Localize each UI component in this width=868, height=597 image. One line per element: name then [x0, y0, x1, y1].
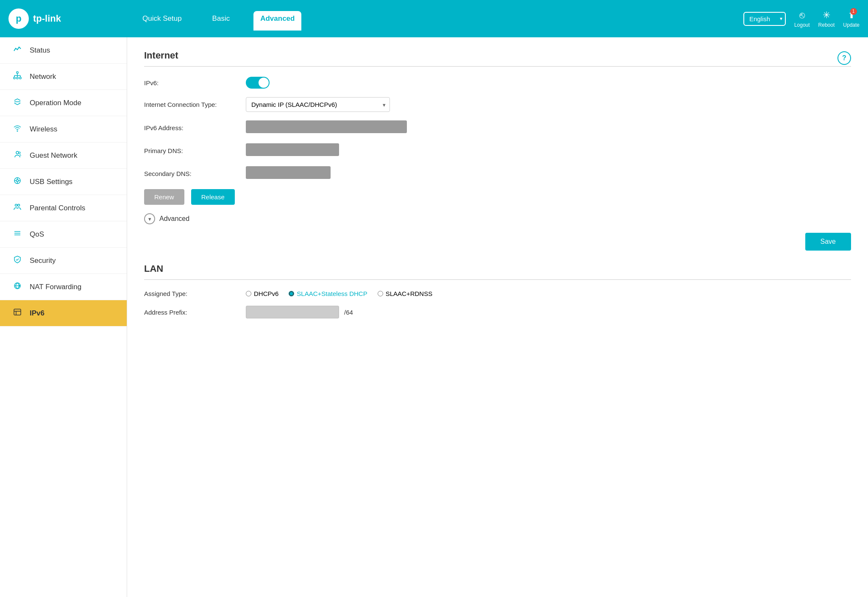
svg-rect-3 [19, 77, 21, 79]
sidebar-label-ipv6: IPv6 [30, 309, 45, 318]
ipv6-address-label: IPv6 Address: [144, 124, 237, 131]
sidebar-item-guest-network[interactable]: Guest Network [0, 142, 127, 169]
assigned-type-row: Assigned Type: DHCPv6 SLAAC+Stateless DH… [144, 290, 851, 297]
address-prefix-control: /64 [246, 306, 851, 318]
usb-settings-icon [12, 176, 23, 187]
sidebar-item-parental-controls[interactable]: Parental Controls [0, 195, 127, 221]
top-navigation: p tp-link Quick Setup Basic Advanced Eng… [0, 0, 868, 37]
slaac-rdnss-radio[interactable] [378, 291, 383, 296]
logout-button[interactable]: ⎋ Logout [794, 10, 810, 28]
ipv6-icon [12, 308, 23, 318]
svg-rect-2 [17, 77, 18, 79]
secondary-dns-value [246, 166, 331, 179]
sidebar-item-security[interactable]: Security [0, 248, 127, 274]
connection-type-label: Internet Connection Type: [144, 101, 237, 108]
operation-mode-icon [12, 98, 23, 108]
connection-type-control: Dynamic IP (SLAAC/DHCPv6) Static IP PPPo… [246, 97, 851, 112]
nav-right: English Chinese German French Spanish ▾ … [743, 10, 860, 28]
ipv6-toggle[interactable] [246, 77, 270, 89]
primary-dns-value [246, 143, 339, 156]
primary-dns-control [246, 143, 851, 158]
nat-forwarding-icon [12, 282, 23, 292]
security-icon [12, 255, 23, 266]
main-layout: Status Network [0, 37, 868, 597]
guest-network-icon [12, 150, 23, 161]
ipv6-toggle-control [246, 77, 851, 89]
svg-point-19 [15, 204, 17, 206]
content-area: Internet ? IPv6: Internet Connection Typ… [127, 37, 868, 597]
renew-release-row: Renew Release [144, 189, 851, 205]
svg-point-14 [17, 180, 19, 182]
nav-links: Quick Setup Basic Advanced [136, 11, 743, 26]
dhcpv6-radio[interactable] [246, 291, 251, 296]
address-prefix-input[interactable] [246, 306, 339, 318]
status-icon [12, 45, 23, 56]
secondary-dns-row: Secondary DNS: [144, 166, 851, 181]
sidebar-label-usb-settings: USB Settings [30, 178, 72, 186]
reboot-button[interactable]: ✳ Reboot [818, 10, 835, 28]
lan-divider [144, 279, 851, 280]
slaac-stateless-radio-label[interactable]: SLAAC+Stateless DHCP [289, 290, 367, 297]
save-row: Save [144, 233, 851, 251]
parental-controls-icon [12, 203, 23, 213]
advanced-toggle[interactable]: ▾ Advanced [144, 213, 851, 224]
sidebar-item-wireless[interactable]: Wireless [0, 116, 127, 142]
toggle-knob [259, 78, 269, 88]
save-button[interactable]: Save [805, 233, 851, 251]
wireless-icon [12, 124, 23, 134]
svg-point-12 [19, 152, 20, 153]
secondary-dns-control [246, 166, 851, 181]
dhcpv6-label: DHCPv6 [254, 290, 278, 297]
logout-icon: ⎋ [799, 10, 805, 21]
reboot-icon: ✳ [823, 10, 830, 21]
sidebar-item-status[interactable]: Status [0, 37, 127, 64]
update-badge: 1 [850, 8, 857, 15]
address-prefix-row: Address Prefix: /64 [144, 306, 851, 318]
logo-text: tp-link [33, 13, 61, 24]
sidebar-label-network: Network [30, 73, 56, 81]
lan-section-title: LAN [144, 263, 851, 274]
update-button[interactable]: ⬆ 1 Update [843, 10, 860, 28]
svg-point-10 [17, 131, 18, 132]
sidebar-item-ipv6[interactable]: IPv6 [0, 300, 127, 326]
logo-area: p tp-link [8, 8, 136, 29]
internet-section-header: Internet ? [144, 50, 851, 66]
release-button[interactable]: Release [191, 189, 235, 205]
sidebar-item-usb-settings[interactable]: USB Settings [0, 169, 127, 195]
address-prefix-input-row: /64 [246, 306, 851, 318]
sidebar: Status Network [0, 37, 127, 597]
sidebar-item-qos[interactable]: QoS [0, 221, 127, 248]
sidebar-item-network[interactable]: Network [0, 64, 127, 90]
help-icon[interactable]: ? [837, 51, 851, 65]
address-prefix-suffix: /64 [344, 309, 353, 316]
network-icon [12, 71, 23, 82]
sidebar-label-nat-forwarding: NAT Forwarding [30, 283, 81, 291]
slaac-rdnss-label: SLAAC+RDNSS [386, 290, 432, 297]
internet-section-title: Internet [144, 50, 178, 61]
ipv6-toggle-row: IPv6: [144, 77, 851, 89]
language-selector-wrapper: English Chinese German French Spanish ▾ [743, 12, 786, 26]
renew-button[interactable]: Renew [144, 189, 184, 205]
assigned-type-control: DHCPv6 SLAAC+Stateless DHCP SLAAC+RDNSS [246, 290, 851, 297]
sidebar-label-guest-network: Guest Network [30, 151, 77, 160]
connection-type-select[interactable]: Dynamic IP (SLAAC/DHCPv6) Static IP PPPo… [246, 97, 390, 112]
nav-basic[interactable]: Basic [206, 11, 237, 26]
primary-dns-row: Primary DNS: [144, 143, 851, 158]
dhcpv6-radio-label[interactable]: DHCPv6 [246, 290, 278, 297]
advanced-toggle-label: Advanced [159, 215, 189, 223]
slaac-rdnss-radio-label[interactable]: SLAAC+RDNSS [378, 290, 432, 297]
sidebar-label-parental-controls: Parental Controls [30, 204, 85, 212]
slaac-stateless-radio[interactable] [289, 291, 294, 296]
sidebar-label-qos: QoS [30, 230, 44, 239]
sidebar-label-security: Security [30, 257, 56, 265]
slaac-stateless-label: SLAAC+Stateless DHCP [297, 290, 367, 297]
secondary-dns-label: Secondary DNS: [144, 170, 237, 177]
sidebar-label-wireless: Wireless [30, 125, 57, 134]
nav-quick-setup[interactable]: Quick Setup [136, 11, 189, 26]
sidebar-item-nat-forwarding[interactable]: NAT Forwarding [0, 274, 127, 300]
sidebar-item-operation-mode[interactable]: Operation Mode [0, 90, 127, 116]
language-select[interactable]: English Chinese German French Spanish [743, 12, 786, 26]
nav-advanced[interactable]: Advanced [253, 11, 301, 31]
internet-divider [144, 66, 851, 67]
sidebar-label-status: Status [30, 46, 50, 55]
